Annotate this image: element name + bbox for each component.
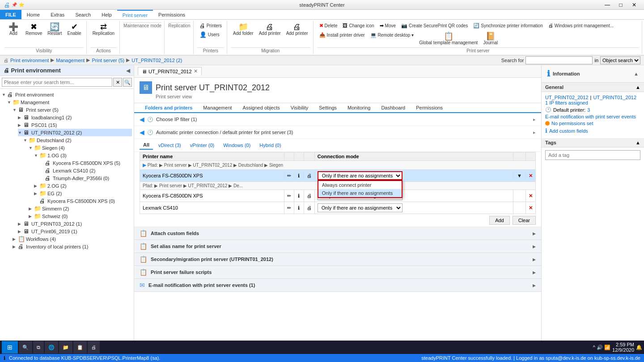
taskbar-app1-btn[interactable]: 📋 xyxy=(73,341,87,354)
filter-hybrid[interactable]: Hybrid (0) xyxy=(256,141,284,149)
delete-printer-3[interactable]: ✕ xyxy=(529,205,533,210)
info-ip-filters-link[interactable]: 1 IP filters assigned xyxy=(545,100,640,105)
printer-edit-icon[interactable]: ✏ xyxy=(287,173,291,178)
install-driver-btn[interactable]: 📥 Install printer driver xyxy=(317,31,367,39)
tree-siegen[interactable]: ▼ 📁 Siegen (4) xyxy=(29,144,132,152)
tab-print-server[interactable]: Print server xyxy=(117,10,153,19)
tree-1og[interactable]: ▼ 📁 1.OG (3) xyxy=(34,152,132,159)
printer2-info-icon[interactable]: ℹ xyxy=(298,193,300,198)
info-panel-collapse-btn[interactable]: ▲ xyxy=(634,71,639,76)
move-btn[interactable]: ➡ Move xyxy=(377,21,398,30)
restart-button[interactable]: 🔄 Restart xyxy=(45,21,64,37)
users-btn[interactable]: 👤 Users xyxy=(197,30,224,39)
ip-filter-back-btn[interactable]: ◀ xyxy=(140,116,144,123)
clear-btn[interactable]: Clear xyxy=(513,216,536,225)
tree-schweiz[interactable]: ▶ 📁 Schweiz (0) xyxy=(29,212,132,220)
section-secondary[interactable]: 📋 Secondary/migration print server (UTPR… xyxy=(134,253,541,266)
taskbar-task-view[interactable]: ⧉ xyxy=(33,341,44,354)
tree-deutschland[interactable]: ▼ 📁 Deutschland (2) xyxy=(23,136,132,144)
connection-dropdown-1[interactable]: Only if there are no assignments Always … xyxy=(318,171,402,180)
view-tab-folders[interactable]: Folders and printers xyxy=(140,103,198,113)
info-email-notif-link[interactable]: E-mail notification with print server ev… xyxy=(545,114,640,119)
global-template-btn[interactable]: 📋 Global template management xyxy=(417,31,480,46)
change-icon-btn[interactable]: 🖼 Change icon xyxy=(340,21,376,29)
tree-kyocera-xps[interactable]: 🖨 Kyocera FS-C8500DN XPS (0) xyxy=(34,197,132,205)
tree-kyocera1[interactable]: 🖨 Kyocera FS-C8500DN XPS (5) xyxy=(39,159,132,167)
printers-btn[interactable]: 🖨 Printers xyxy=(197,21,224,30)
taskbar-start-btn[interactable]: ⊞ xyxy=(2,341,18,354)
remove-button[interactable]: ✖ Remove xyxy=(23,21,44,37)
taskbar-notification[interactable]: 🔔 xyxy=(636,345,642,350)
view-tab-monitoring[interactable]: Monitoring xyxy=(342,103,376,113)
breadcrumb-print-server[interactable]: Print server (5) xyxy=(92,58,124,63)
sidebar-search-input[interactable] xyxy=(2,78,112,87)
sidebar-collapse-btn[interactable]: ◀ xyxy=(126,67,130,74)
filter-windows[interactable]: Windows (0) xyxy=(220,141,254,149)
tab-permissions[interactable]: Permissions xyxy=(153,10,191,19)
tree-eg[interactable]: ▶ 📁 EG (2) xyxy=(34,189,132,197)
filter-vdirect[interactable]: vDirect (3) xyxy=(155,141,185,149)
create-qr-btn[interactable]: 📷 Create SecurePrint QR codes xyxy=(399,21,470,30)
tree-workflows[interactable]: ▶ 📋 Workflows (4) xyxy=(13,235,132,243)
conn-expand[interactable]: ▸ xyxy=(533,130,536,135)
info-server-link-2[interactable]: UT_PRINT01_2012 xyxy=(593,95,636,100)
tree-triumph[interactable]: 🖨 Triumph-Adler_P3566i (0) xyxy=(39,174,132,182)
info-add-custom-fields-link[interactable]: Add custom fields xyxy=(549,128,588,134)
replication-button[interactable]: ⇄ Replication xyxy=(90,21,117,37)
tree-inventory[interactable]: ▶ 🖨 Inventory of local printers (1) xyxy=(13,243,132,250)
connection-dropdown-3[interactable]: Only if there are no assignments Always … xyxy=(318,203,402,212)
printer2-edit-icon[interactable]: ✏ xyxy=(287,193,291,198)
tab-close-btn[interactable]: ✕ xyxy=(194,68,198,74)
view-tab-settings[interactable]: Settings xyxy=(314,103,342,113)
add-printer-btn[interactable]: 🖨 Add printer xyxy=(257,21,283,37)
tree-print-server-group[interactable]: ▼ 🖥 Print server (5) xyxy=(13,106,132,114)
tab-file[interactable]: FILE xyxy=(0,10,21,19)
tree-ut-print02[interactable]: ▼ 🖥 UT_PRINT02_2012 (2) xyxy=(18,129,132,136)
filter-vprinter[interactable]: vPrinter (0) xyxy=(186,141,218,149)
section-failure[interactable]: 📋 Print server failure scripts ▸ xyxy=(134,266,541,279)
table-row-kyocera1[interactable]: Kyocera FS-C8500DN XPS ✏ ℹ 🖨 xyxy=(140,170,536,182)
tree-psc01[interactable]: ▶ 🖥 PSC01 (15) xyxy=(18,121,132,129)
breadcrumb-current[interactable]: UT_PRINT02_2012 (2) xyxy=(131,58,182,63)
conn-back-btn[interactable]: ◀ xyxy=(140,129,144,136)
printer3-edit-icon[interactable]: ✏ xyxy=(287,205,291,210)
printer2-print-icon[interactable]: 🖨 xyxy=(307,193,312,198)
win-print-mgmt-btn[interactable]: 🖨 Windows print management... xyxy=(546,21,616,29)
printer3-print-icon[interactable]: 🖨 xyxy=(307,205,312,210)
dropdown-option-always[interactable]: Always connect printer xyxy=(318,181,402,189)
tab-help[interactable]: Help xyxy=(96,10,117,19)
tree-lb1[interactable]: ▶ 🖥 loadbalancing1 (2) xyxy=(18,114,132,121)
printer-print-icon[interactable]: 🖨 xyxy=(307,173,312,178)
section-alias[interactable]: 📋 Set alias name for print server ▸ xyxy=(134,240,541,253)
delete-printer-2[interactable]: ✕ xyxy=(529,193,533,198)
dropdown-option-only[interactable]: Only if there are no assignments xyxy=(318,189,402,197)
add-tag-input[interactable] xyxy=(545,150,640,160)
tree-lexmark[interactable]: 🖨 Lexmark CS410 (2) xyxy=(39,167,132,174)
content-tab-ut-print02[interactable]: 🖥 UT_PRINT02_2012 ✕ xyxy=(138,67,202,76)
view-tab-visibility[interactable]: Visibility xyxy=(285,103,314,113)
tree-ut-print06[interactable]: ▶ 🖥 UT_Print06_2019 (1) xyxy=(18,227,132,235)
view-tab-management[interactable]: Management xyxy=(198,103,237,113)
section-attach-custom[interactable]: 📋 Attach custom fields ▸ xyxy=(134,227,541,240)
maximize-button[interactable]: □ xyxy=(614,0,627,10)
filter-all[interactable]: All xyxy=(140,141,153,150)
info-tags-header[interactable]: Tags ▲ xyxy=(542,138,644,147)
taskbar-ie-btn[interactable]: 🌐 xyxy=(45,341,58,354)
breadcrumb-management[interactable]: Management xyxy=(56,58,85,63)
dropdown-toggle-1[interactable]: ▼ xyxy=(516,173,523,178)
taskbar-search-btn[interactable]: 🔍 xyxy=(19,341,32,354)
info-no-permissions-link[interactable]: No permissions set xyxy=(551,121,593,126)
delete-btn[interactable]: ✖ Delete xyxy=(317,21,340,30)
tree-2og[interactable]: ▶ 📁 2.OG (2) xyxy=(34,182,132,189)
tree-print-environment[interactable]: ▼ 🖨 Print environment xyxy=(2,91,132,98)
info-default-printer-value[interactable]: 3 xyxy=(587,107,590,113)
section-email[interactable]: ✉ E-mail notification with print server … xyxy=(134,279,541,292)
sidebar-search-btn[interactable]: 🔍 xyxy=(123,78,132,87)
view-tab-dashboard[interactable]: Dashboard xyxy=(376,103,411,113)
add-button[interactable]: ➕ Add xyxy=(4,21,22,37)
table-row-lexmark[interactable]: Lexmark CS410 ✏ ℹ 🖨 xyxy=(140,202,536,214)
remote-desktop-btn[interactable]: 💻 Remote desktop ▾ xyxy=(368,31,416,39)
taskbar-app2-btn[interactable]: 🖨 xyxy=(88,341,100,354)
add-folder-btn[interactable]: 📁 Add folder xyxy=(231,21,256,37)
search-input[interactable] xyxy=(525,56,593,64)
